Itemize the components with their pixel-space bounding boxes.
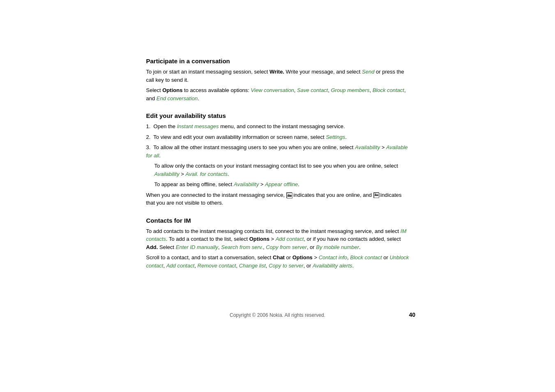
- svg-rect-7: [379, 195, 380, 195]
- svg-rect-1: [288, 195, 292, 197]
- avail-item-3: 3. To allow all the other instant messag…: [146, 143, 409, 159]
- svg-rect-2: [288, 194, 289, 195]
- options-bold-3: Options: [292, 254, 313, 261]
- contacts-para-1: To add contacts to the instant messaging…: [146, 227, 409, 251]
- view-conversation-link: View conversation: [251, 87, 294, 93]
- group-members-link: Group members: [331, 87, 369, 93]
- change-list-link: Change list: [239, 263, 266, 269]
- svg-rect-8: [379, 196, 380, 196]
- avail-indented-2: To appear as being offline, select Avail…: [154, 180, 409, 189]
- page-container: Participate in a conversation To join or…: [138, 58, 417, 279]
- availability-link-1: Availability: [355, 144, 380, 150]
- avail-closing: When you are connected to the instant me…: [146, 191, 409, 207]
- availability-list: 1. Open the Instant messages menu, and c…: [146, 122, 409, 159]
- availability-link-3: Availability: [234, 181, 259, 187]
- participate-para-2: Select Options to access available optio…: [146, 86, 409, 102]
- avail-item-2: 2. To view and edit your own availabilit…: [146, 133, 409, 141]
- copy-from-server-link: Copy from server: [266, 244, 307, 250]
- contacts-para-2: Scroll to a contact, and to start a conv…: [146, 254, 409, 270]
- save-contact-link: Save contact: [297, 87, 328, 93]
- avail-for-contacts-link: Avail. for contacts: [186, 171, 228, 177]
- add-contact-link-2: Add contact: [166, 263, 195, 269]
- page-number: 40: [409, 311, 415, 318]
- svg-rect-5: [375, 194, 376, 195]
- avail-indented-1: To allow only the contacts on your insta…: [154, 162, 409, 178]
- options-bold-2: Options: [249, 236, 269, 242]
- section-participate: Participate in a conversation To join or…: [146, 58, 409, 102]
- appear-offline-link: Appear offline: [265, 181, 298, 187]
- remove-contact-link: Remove contact: [198, 263, 236, 269]
- add-contact-link: Add contact: [276, 236, 304, 242]
- by-mobile-number-link: By mobile number: [316, 244, 359, 250]
- section-title-participate: Participate in a conversation: [146, 58, 409, 65]
- instant-messages-link: Instant messages: [177, 123, 219, 129]
- copy-to-server-link: Copy to server: [269, 263, 304, 269]
- section-contacts: Contacts for IM To add contacts to the i…: [146, 217, 409, 270]
- settings-link: Settings: [326, 134, 345, 140]
- participate-para-1: To join or start an instant messaging se…: [146, 68, 409, 84]
- section-availability: Edit your availability status 1. Open th…: [146, 112, 409, 207]
- online-icon: [286, 192, 292, 198]
- search-from-serv-link: Search from serv.: [221, 244, 263, 250]
- block-contact-link: Block contact: [373, 87, 404, 93]
- offline-icon: [373, 192, 379, 198]
- options-bold-1: Options: [162, 87, 182, 93]
- chat-bold: Chat: [273, 254, 285, 261]
- availability-link-2: Availability: [154, 171, 180, 177]
- svg-rect-6: [379, 194, 380, 194]
- section-title-contacts: Contacts for IM: [146, 217, 409, 224]
- write-bold: Write.: [269, 69, 284, 75]
- add-bold: Add.: [146, 244, 158, 250]
- enter-id-manually-link: Enter ID manually: [176, 244, 218, 250]
- copyright-text: Copyright © 2006 Nokia. All rights reser…: [230, 312, 325, 318]
- avail-item-1: 1. Open the Instant messages menu, and c…: [146, 122, 409, 131]
- block-contact-link-2: Block contact: [350, 254, 382, 261]
- availability-alerts-link: Availability alerts: [313, 263, 352, 269]
- contact-info-link: Contact info: [319, 254, 347, 261]
- send-link: Send: [362, 69, 374, 75]
- footer: Copyright © 2006 Nokia. All rights reser…: [0, 312, 555, 318]
- end-conversation-link: End conversation: [157, 95, 198, 101]
- section-title-availability: Edit your availability status: [146, 112, 409, 119]
